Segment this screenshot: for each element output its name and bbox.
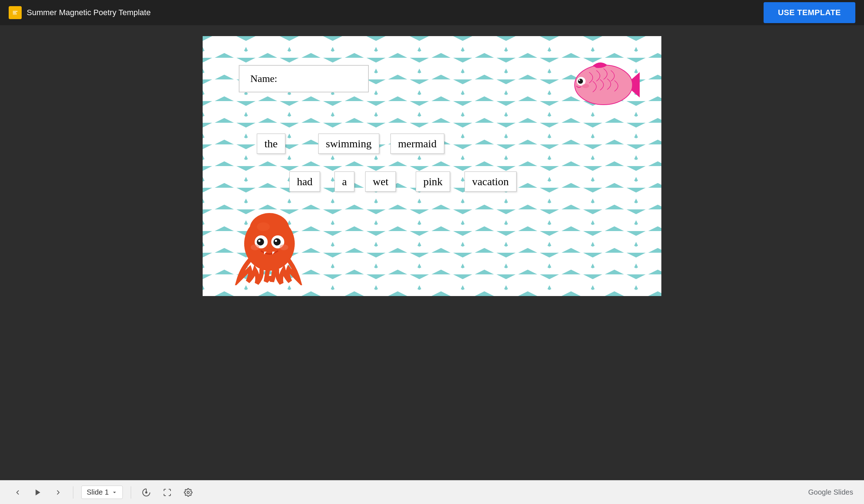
slide-number: Slide 1 <box>87 488 109 496</box>
svg-point-22 <box>257 222 270 231</box>
presentation-title: Summer Magnetic Poetry Template <box>27 8 151 17</box>
word-tile-w2[interactable]: swimming <box>318 134 379 154</box>
word-tile-w8[interactable]: vacation <box>465 171 517 192</box>
footer-controls: Slide 1 <box>11 485 195 500</box>
next-slide-button[interactable] <box>51 486 65 499</box>
play-button[interactable] <box>31 486 45 499</box>
svg-point-16 <box>257 238 264 246</box>
svg-rect-2 <box>13 12 16 13</box>
theme-button[interactable] <box>139 485 154 500</box>
svg-rect-3 <box>13 14 17 14</box>
svg-point-25 <box>187 491 189 494</box>
name-box: Name: <box>239 65 369 92</box>
name-label: Name: <box>250 73 277 84</box>
word-tile-w4[interactable]: had <box>289 171 320 192</box>
svg-marker-23 <box>36 489 40 495</box>
google-slides-label: Google Slides <box>808 488 853 496</box>
svg-point-21 <box>280 244 288 250</box>
fish-illustration <box>571 58 640 112</box>
fullscreen-button[interactable] <box>160 485 174 500</box>
header: Summer Magnetic Poetry Template USE TEMP… <box>0 0 864 25</box>
svg-point-19 <box>275 240 277 242</box>
octopus-illustration <box>232 209 307 285</box>
word-tile-w3[interactable]: mermaid <box>390 134 444 154</box>
svg-rect-1 <box>13 11 18 12</box>
svg-point-18 <box>258 240 260 242</box>
prev-slide-button[interactable] <box>11 486 25 499</box>
dropdown-arrow-icon <box>112 490 117 495</box>
svg-point-11 <box>582 84 589 88</box>
svg-point-24 <box>145 491 147 494</box>
word-tile-w1[interactable]: the <box>257 134 285 154</box>
word-tile-w6[interactable]: wet <box>365 171 396 192</box>
app-icon <box>9 6 22 19</box>
svg-point-17 <box>273 238 281 246</box>
settings-button[interactable] <box>181 485 195 500</box>
svg-point-9 <box>578 79 583 84</box>
footer-brand: Google Slides <box>808 488 853 496</box>
use-template-button[interactable]: USE TEMPLATE <box>764 2 855 23</box>
slide-container: Name: theswimmingmermaidhadawetpinkvacat… <box>203 36 661 296</box>
svg-point-10 <box>579 79 580 81</box>
word-tile-w5[interactable]: a <box>334 171 354 192</box>
slide-indicator[interactable]: Slide 1 <box>81 486 123 499</box>
header-left: Summer Magnetic Poetry Template <box>9 6 151 19</box>
footer: Slide 1 Goo <box>0 480 864 504</box>
svg-point-20 <box>251 244 259 250</box>
word-tile-w7[interactable]: pink <box>416 171 450 192</box>
